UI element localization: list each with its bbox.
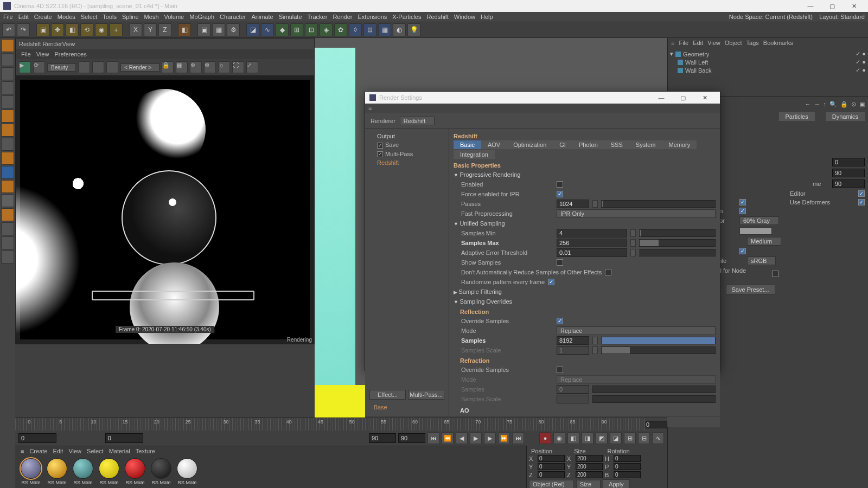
axis-y-button[interactable]: Y (144, 23, 157, 36)
close-button[interactable]: ✕ (843, 0, 865, 12)
frame-start-input[interactable] (18, 433, 56, 443)
psr-tool[interactable]: ◉ (95, 23, 108, 36)
deformer-icon[interactable]: ◈ (320, 23, 333, 36)
rs-aet-slider[interactable] (639, 249, 716, 256)
light-icon[interactable]: ◐ (393, 23, 406, 36)
goto-start-button[interactable]: ⏮ (427, 432, 439, 444)
menu-tracker[interactable]: Tracker (308, 14, 328, 20)
coord-z-input[interactable] (538, 471, 565, 478)
model-mode-icon[interactable] (1, 39, 14, 52)
obj-menu-object[interactable]: Object (725, 40, 742, 46)
menu-mograph[interactable]: MoGraph (189, 14, 214, 20)
texture-mode-icon[interactable] (1, 138, 14, 151)
rs-group-overrides[interactable]: Sampling Overrides (454, 297, 716, 306)
key-scale-button[interactable]: ◨ (582, 432, 593, 444)
axis-z-button[interactable]: Z (158, 23, 171, 36)
rv-snapshot-icon[interactable] (92, 61, 104, 73)
undo-button[interactable]: ↶ (2, 23, 15, 36)
coord-sy-input[interactable] (576, 463, 603, 470)
bulb-icon[interactable]: 💡 (407, 23, 420, 36)
coord-h-input[interactable] (614, 455, 641, 462)
attr-tab-dynamics[interactable]: Dynamics (826, 112, 865, 121)
rotate-tool[interactable]: ⟲ (80, 23, 93, 36)
coord-obj-dropdown[interactable]: Object (Rel) (529, 480, 574, 488)
attr-editor-checkbox[interactable] (858, 190, 865, 197)
uv-mode-icon[interactable] (1, 124, 14, 137)
menu-animate[interactable]: Animate (251, 14, 273, 20)
rv-grid-icon[interactable]: ▦ (176, 61, 188, 73)
attr-usedef-checkbox[interactable] (858, 199, 865, 206)
axis-mode-icon[interactable] (1, 67, 14, 80)
menu-create[interactable]: Create (34, 14, 52, 20)
attr-field-time[interactable] (832, 179, 865, 188)
tag-icon[interactable]: ⊟ (363, 23, 376, 36)
menu-modes[interactable]: Modes (58, 14, 75, 20)
search-icon[interactable]: 🔍 (829, 101, 837, 108)
play-button[interactable]: ▶ (470, 432, 482, 444)
coord-y-input[interactable] (538, 463, 565, 470)
obj-menu-edit[interactable]: Edit (693, 40, 703, 46)
locked-icon[interactable] (1, 236, 14, 249)
lock-icon[interactable]: 🔒 (840, 101, 848, 108)
renderview-canvas[interactable]: Frame 0: 2020-07-20 11:46:50 (3.40s) (16, 75, 314, 344)
attr-defobj-dropdown[interactable]: 60% Gray (739, 216, 779, 225)
rs-tree-output[interactable]: Output (367, 132, 446, 140)
axis-x-button[interactable]: X (129, 23, 142, 36)
frame-current-input[interactable] (105, 433, 143, 443)
generator-icon[interactable]: ◆ (276, 23, 289, 36)
coord-apply-button[interactable]: Apply (603, 479, 630, 488)
rs-tab-gi[interactable]: GI (553, 140, 572, 149)
key-opts-button[interactable]: ⊟ (638, 432, 650, 444)
key-rot-button[interactable]: ◩ (596, 432, 608, 444)
fcurve-button[interactable]: ∿ (652, 432, 664, 444)
render-settings-button[interactable]: ⚙ (227, 23, 240, 36)
rs-tree-save[interactable]: Save (367, 140, 446, 150)
rs-tab-optimization[interactable]: Optimization (507, 140, 553, 149)
new-icon[interactable]: ▣ (859, 101, 865, 108)
rv-expand-icon[interactable]: ⤢ (246, 61, 258, 73)
menu-extensions[interactable]: Extensions (358, 14, 387, 20)
menu-tools[interactable]: Tools (103, 14, 117, 20)
material-item[interactable]: RS Mate (124, 458, 146, 486)
spinner-icon[interactable] (630, 239, 636, 247)
rs-group-filter[interactable]: Sample Filtering (454, 287, 716, 297)
rs-enabled-checkbox[interactable] (557, 181, 563, 188)
menu-xparticles[interactable]: X-Particles (392, 14, 421, 20)
misc-icon[interactable] (1, 251, 14, 264)
attr-tab-particles[interactable]: Particles (779, 112, 815, 121)
spinner-icon[interactable] (630, 249, 636, 256)
rs-refl-mode-dropdown[interactable]: Replace (557, 326, 716, 335)
rs-tab-basic[interactable]: Basic (454, 140, 481, 149)
obj-menu-file[interactable]: File (679, 40, 688, 46)
camera-icon[interactable]: ◊ (349, 23, 362, 36)
hamburger-icon[interactable]: ≡ (671, 40, 674, 46)
rs-tab-sss[interactable]: SSS (604, 140, 629, 149)
rs-passes-slider[interactable] (601, 200, 716, 208)
snap-icon[interactable] (1, 166, 14, 179)
render-picture-button[interactable]: ▣ (197, 23, 210, 36)
field-icon[interactable]: ⊡ (305, 23, 318, 36)
rs-tab-system[interactable]: System (629, 140, 662, 149)
rs-preset-base[interactable]: -Base (367, 402, 446, 413)
workplane-icon[interactable] (1, 152, 14, 165)
spinner-icon[interactable] (630, 229, 636, 237)
move-tool[interactable]: ✥ (51, 23, 64, 36)
menu-window[interactable]: Window (454, 14, 475, 20)
select-tool[interactable]: ▣ (36, 23, 49, 36)
next-key-button[interactable]: ⏩ (498, 432, 510, 444)
material-item[interactable]: RS Mate (98, 458, 120, 486)
coord-size-dropdown[interactable]: Size (576, 480, 601, 488)
coord-b-input[interactable] (614, 471, 641, 478)
prev-key-button[interactable]: ⏪ (442, 432, 454, 444)
rs-rand-checkbox[interactable] (548, 279, 554, 285)
rs-tree-redshift[interactable]: Redshift (367, 158, 446, 167)
frame-end-input[interactable] (369, 433, 396, 443)
rv-snow-icon[interactable]: ❄ (190, 61, 202, 73)
rs-tree-multipass[interactable]: Multi-Pass (367, 150, 446, 159)
rs-close-button[interactable]: ✕ (694, 92, 716, 104)
next-frame-button[interactable]: ▶ (484, 432, 496, 444)
attr-linwf-checkbox[interactable] (739, 248, 746, 254)
rs-maximize-button[interactable]: ▢ (672, 92, 694, 104)
material-item[interactable]: RS Mate (150, 458, 173, 486)
key-pos-button[interactable]: ◧ (567, 432, 579, 444)
